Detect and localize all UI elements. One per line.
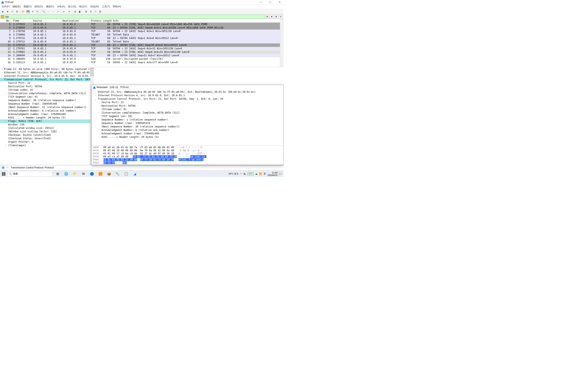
hex-row[interactable]: 0030 00 e5 ca af 00 00 73 65 72 76 65 72…	[93, 155, 282, 158]
zoom-out-icon[interactable]: ⊖	[89, 9, 93, 14]
find-icon[interactable]: 🔍	[42, 9, 46, 14]
col-info[interactable]: Info	[112, 19, 280, 22]
wireshark-taskbar-icon[interactable]: ◢	[131, 171, 139, 177]
clock[interactable]: 11:40 2024/4/18	[268, 171, 277, 176]
packet-details-tree[interactable]: Frame 11: 60 bytes on wire (480 bits), 6…	[0, 67, 90, 165]
detail-line[interactable]: Source Port: 23	[0, 81, 90, 85]
taskbar-search[interactable]: 🔍 搜索	[7, 171, 52, 177]
col-protocol[interactable]: Protocol	[90, 19, 102, 22]
edge-icon[interactable]: 🌐	[62, 171, 70, 177]
expert-info-icon[interactable]	[2, 166, 4, 169]
packet-list-header[interactable]: No. Time Source Destination Protocol Len…	[0, 19, 280, 23]
ime-indicator[interactable]: 英	[264, 172, 266, 175]
col-destination[interactable]: Destination	[61, 19, 90, 22]
start-button[interactable]	[0, 171, 7, 177]
packet-row[interactable]: 133.27998110.0.65.110.0.65.0TCP5450794 →…	[0, 50, 280, 54]
task-view-icon[interactable]: ⊞	[53, 171, 62, 177]
popup-detail-line[interactable]: [Next Sequence Number: 30 (relative sequ…	[92, 125, 283, 128]
packet-row[interactable]: 53.27781510.0.65.110.0.65.0TCP6650794 → …	[0, 23, 280, 26]
detail-line[interactable]: Checksum: 0xcb32 [unverified]	[0, 133, 90, 137]
detail-line[interactable]: Transmission Control Protocol, Src Port:…	[0, 78, 90, 81]
menu-tools[interactable]: 工具(T)	[102, 5, 110, 8]
detail-line[interactable]: Acknowledgment number (raw): 3704901449	[0, 113, 90, 116]
save-file-icon[interactable]: 💾	[26, 9, 30, 14]
popup-detail-line[interactable]: Internet Protocol Version 4, Src: 10.0.6…	[92, 94, 283, 97]
restart-capture-icon[interactable]: ⟳	[10, 9, 14, 14]
detail-line[interactable]: [Stream index: 0]	[0, 88, 90, 92]
detail-line[interactable]: Sequence Number: 30 (relative sequence n…	[0, 99, 90, 102]
packet-row[interactable]: 153.28069910.0.65.110.0.65.0SSH230Server…	[0, 57, 280, 61]
packet-row[interactable]: 93.27972210.0.65.010.0.65.1TCP6023 → 507…	[0, 36, 280, 40]
vm-icon[interactable]: 📦	[105, 171, 113, 177]
app-icon[interactable]: 🟧	[96, 171, 104, 177]
detail-line[interactable]: 0101 .... = Header Length: 20 bytes (5)	[0, 116, 90, 119]
detail-line[interactable]: Sequence Number (raw): 3369505348	[0, 102, 90, 106]
mail-icon[interactable]: ✉	[79, 171, 87, 177]
close-button[interactable]: ✕	[277, 1, 282, 4]
tray-chevron-icon[interactable]: ^	[240, 173, 241, 175]
col-time[interactable]: Time	[12, 19, 32, 22]
detail-line[interactable]: Acknowledgment Number: 6 (relative ack n…	[0, 109, 90, 113]
colorize-icon[interactable]: ◧	[78, 9, 82, 14]
popup-detail-line[interactable]: Transmission Control Protocol, Src Port:…	[92, 97, 283, 101]
detail-line[interactable]: Window: 229	[0, 123, 90, 126]
last-packet-icon[interactable]: ⇥	[67, 9, 71, 14]
detail-line[interactable]: [Conversation completeness: Complete, WI…	[0, 92, 90, 95]
popup-detail-line[interactable]: [TCP Segment Len: 29]	[92, 115, 283, 118]
menu-wireless[interactable]: 无线(W)	[90, 5, 99, 8]
detail-line[interactable]: [Next Sequence Number: 31 (relative sequ…	[0, 106, 90, 109]
go-back-icon[interactable]: ←	[46, 9, 51, 14]
wifi-icon[interactable]: 📶	[259, 173, 262, 175]
popup-detail-line[interactable]: Source Port: 23	[92, 101, 283, 104]
add-filter-button[interactable]: +	[279, 15, 283, 19]
menu-statistics[interactable]: 统计(S)	[68, 5, 76, 8]
display-filter-input[interactable]	[4, 15, 265, 19]
menu-view[interactable]: 视图(V)	[24, 5, 32, 8]
detail-line[interactable]: Flags: 0x011 (FIN, ACK)	[0, 119, 90, 123]
col-source[interactable]: Source	[32, 19, 61, 22]
menu-help[interactable]: 帮助(H)	[113, 5, 121, 8]
popup-detail-line[interactable]: Destination Port: 50794	[92, 104, 283, 108]
status-edit-icon[interactable]: ✎	[7, 166, 9, 169]
col-length[interactable]: Length	[102, 19, 112, 22]
power-icon[interactable]: 🔌	[243, 173, 246, 175]
packet-row[interactable]: 123.27976110.0.65.110.0.65.0TCP5450794 →…	[0, 47, 280, 50]
notification-icon[interactable]: 💬	[279, 173, 282, 175]
detail-line[interactable]: Internet Protocol Version 4, Src: 10.0.6…	[0, 75, 90, 78]
stop-capture-icon[interactable]: ■	[6, 9, 9, 14]
popup-detail-line[interactable]: [Conversation completeness: Complete, WI…	[92, 111, 283, 115]
packet-row[interactable]: 113.27972210.0.65.010.0.65.1TCP6023 → 50…	[0, 43, 280, 47]
start-capture-icon[interactable]: ▶	[1, 9, 5, 14]
hex-row[interactable]: 0010 00 45 06 39 40 00 40 06 9e 79 0a 00…	[93, 149, 282, 152]
popup-detail-line[interactable]: Sequence Number (raw): 3369505319	[92, 122, 283, 125]
detail-line[interactable]: [Window size scaling factor: 128]	[0, 130, 90, 133]
detail-line[interactable]: [Checksum Status: Unverified]	[0, 137, 90, 140]
menu-telephony[interactable]: 电话(Y)	[79, 5, 87, 8]
bookmark-icon[interactable]	[1, 15, 4, 18]
detail-line[interactable]: Destination Port: 50794	[0, 85, 90, 88]
reload-icon[interactable]: ↻	[35, 9, 39, 14]
menu-capture[interactable]: 捕获(C)	[46, 5, 54, 8]
hex-row[interactable]: 0050 6f 75 3f ou?	[93, 161, 282, 164]
hex-row[interactable]: 0000 00 e0 4c 36 01 6c 80 7a 7f 05 a0 05…	[93, 146, 282, 149]
hex-row[interactable]: 0040 61 6c 69 76 65 2c 20 68 6f 77 20 61…	[93, 158, 282, 161]
detail-line[interactable]: [Timestamps]	[0, 144, 90, 147]
popup-detail-line[interactable]: [Stream index: 0]	[92, 108, 283, 111]
resize-columns-icon[interactable]: ⊞	[98, 9, 102, 14]
minimize-button[interactable]: —	[258, 1, 264, 4]
detail-line[interactable]: Urgent Pointer: 0	[0, 140, 90, 144]
open-file-icon[interactable]: 📂	[21, 9, 25, 14]
filter-apply-button[interactable]: ▾	[274, 15, 278, 19]
close-file-icon[interactable]: ✕	[31, 9, 35, 14]
clear-filter-button[interactable]: ✕	[265, 15, 269, 19]
packet-list-scrollbar[interactable]	[280, 19, 284, 67]
browser-icon[interactable]: 🔵	[88, 171, 96, 177]
menu-analyze[interactable]: 分析(A)	[57, 5, 65, 8]
popup-detail-line[interactable]: Acknowledgment Number: 6 (relative ack n…	[92, 128, 283, 132]
col-no[interactable]: No.	[0, 19, 12, 22]
packet-row[interactable]: 143.28069910.0.65.010.0.65.1TCP6023 → 50…	[0, 54, 280, 57]
detail-line[interactable]: [TCP Segment Len: 0]	[0, 95, 90, 99]
go-to-packet-icon[interactable]: ↗	[56, 9, 60, 14]
zoom-reset-icon[interactable]: ⦾	[94, 9, 98, 14]
auto-scroll-icon[interactable]: ≣	[73, 9, 77, 14]
